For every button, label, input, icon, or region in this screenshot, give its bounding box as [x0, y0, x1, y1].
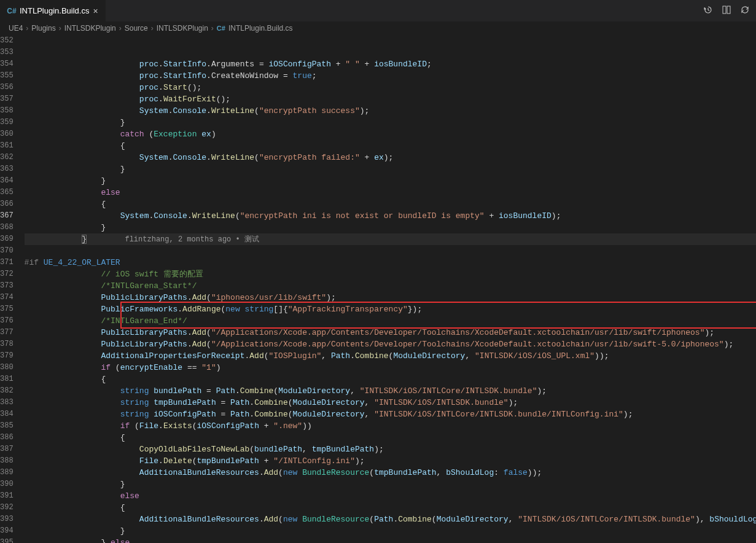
breadcrumb-file[interactable]: INTLPlugin.Build.cs: [228, 24, 293, 33]
editor-toolbar: [703, 5, 756, 17]
breadcrumbs[interactable]: UE4› Plugins› INTLSDKPlugin› Source› INT…: [0, 21, 756, 35]
svg-rect-0: [723, 6, 726, 14]
tab-active[interactable]: C# INTLPlugin.Build.cs ×: [0, 0, 106, 21]
refresh-icon[interactable]: [740, 5, 750, 17]
line-number-gutter: 3523533543553563573583593603613623633643…: [0, 35, 25, 543]
history-icon[interactable]: [703, 5, 713, 17]
breadcrumb-part[interactable]: UE4: [9, 24, 23, 33]
editor-area[interactable]: 3523533543553563573583593603613623633643…: [0, 35, 756, 543]
code-content[interactable]: proc.StartInfo.Arguments = iOSConfigPath…: [25, 35, 756, 543]
breadcrumb-part[interactable]: INTLSDKPlugin: [157, 24, 208, 33]
csharp-file-icon: C#: [217, 25, 225, 32]
breadcrumb-part[interactable]: INTLSDKPlugin: [64, 24, 116, 33]
tab-bar: C# INTLPlugin.Build.cs ×: [0, 0, 756, 21]
tab-filename: INTLPlugin.Build.cs: [20, 6, 89, 15]
breadcrumb-part[interactable]: Source: [125, 24, 148, 33]
tabs-area: C# INTLPlugin.Build.cs ×: [0, 0, 106, 21]
svg-rect-1: [727, 6, 730, 14]
csharp-file-icon: C#: [7, 7, 16, 15]
compare-icon[interactable]: [722, 5, 731, 17]
close-icon[interactable]: ×: [93, 6, 98, 16]
breadcrumb-part[interactable]: Plugins: [31, 24, 55, 33]
